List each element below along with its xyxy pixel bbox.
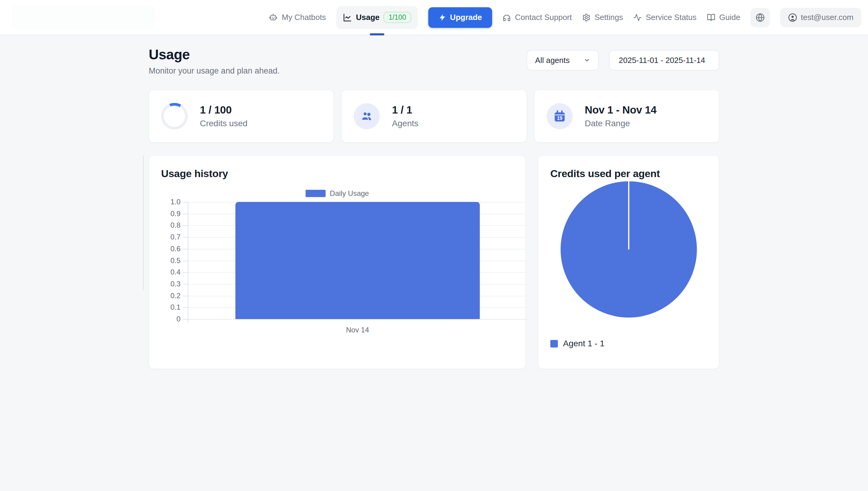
stat-daterange-label: Date Range <box>585 119 656 128</box>
credits-per-agent-card: Credits used per agent Agent 1 - 1 <box>538 155 719 369</box>
calendar-day-text: 19 <box>557 115 562 120</box>
user-menu[interactable]: test@user.com <box>780 8 861 27</box>
nav-my-chatbots[interactable]: My Chatbots <box>269 13 326 22</box>
gridline <box>188 319 527 320</box>
users-icon <box>360 110 373 123</box>
book-icon <box>707 13 716 22</box>
robot-icon <box>269 13 278 22</box>
nav-service-status-label: Service Status <box>646 13 697 22</box>
date-range-input[interactable]: 2025-11-01 - 2025-11-14 <box>609 50 719 70</box>
bar-chart-x-label: Nov 14 <box>188 326 527 334</box>
y-axis-tick <box>183 284 188 285</box>
stat-card-credits: 1 / 100 Credits used <box>149 90 334 143</box>
bar-chart-plot: 1.00.90.80.70.60.50.40.30.20.10 <box>188 202 527 319</box>
y-axis-tick <box>183 307 188 308</box>
upgrade-button-label: Upgrade <box>450 13 482 22</box>
main-content: Usage Monitor your usage and plan ahead.… <box>149 35 719 369</box>
legend-swatch-agent-1 <box>550 340 558 348</box>
nav-settings[interactable]: Settings <box>582 13 623 22</box>
y-tick-label: 0.1 <box>161 303 180 312</box>
stat-daterange-value: Nov 1 - Nov 14 <box>585 104 656 116</box>
stat-card-agents: 1 / 1 Agents <box>341 90 526 143</box>
y-tick-label: 1.0 <box>161 198 180 206</box>
page-header-text: Usage Monitor your usage and plan ahead. <box>149 46 280 76</box>
y-tick-label: 0.9 <box>161 209 180 218</box>
credits-per-agent-title: Credits used per agent <box>550 168 707 179</box>
agent-filter-select[interactable]: All agents <box>527 50 599 70</box>
y-axis-tick <box>183 249 188 250</box>
stat-agents-text: 1 / 1 Agents <box>392 104 418 128</box>
bar-chart-legend: Daily Usage <box>161 189 513 198</box>
activity-icon <box>633 13 642 22</box>
y-axis-tick <box>183 202 188 203</box>
tab-usage[interactable]: Usage 1/100 <box>336 6 418 29</box>
stat-credits-value: 1 / 100 <box>200 104 247 116</box>
usage-history-card: Usage history Daily Usage 1.00.90.80.70.… <box>149 155 526 369</box>
y-axis-tick <box>183 225 188 226</box>
daterange-icon-circle: 19 <box>547 103 573 129</box>
stat-agents-value: 1 / 1 <box>392 104 418 116</box>
pie-chart-wrap <box>550 181 707 318</box>
y-axis-tick <box>183 261 188 261</box>
date-range-value: 2025-11-01 - 2025-11-14 <box>619 56 705 65</box>
y-tick-label: 0.3 <box>161 280 180 288</box>
stat-credits-text: 1 / 100 Credits used <box>200 104 247 128</box>
legend-swatch-daily-usage <box>306 190 326 197</box>
y-axis-tick <box>183 272 188 273</box>
user-email: test@user.com <box>801 13 853 22</box>
logo-placeholder <box>12 5 155 30</box>
top-navbar: My Chatbots Usage 1/100 Upgrade <box>0 0 868 35</box>
y-tick-label: 0.4 <box>161 268 180 277</box>
pie-slice-divider <box>628 181 629 250</box>
lightning-icon <box>439 13 446 22</box>
stat-agents-label: Agents <box>392 119 418 128</box>
left-scroll-indicator <box>143 155 144 290</box>
nav-guide[interactable]: Guide <box>707 13 740 22</box>
legend-label-agent-1: Agent 1 - 1 <box>563 339 605 348</box>
agents-icon-circle <box>354 103 380 129</box>
headphones-icon <box>502 13 511 22</box>
y-tick-label: 0.8 <box>161 221 180 229</box>
y-tick-label: 0.6 <box>161 244 180 253</box>
y-axis-tick <box>183 296 188 296</box>
nav-settings-label: Settings <box>594 13 623 22</box>
y-tick-label: 0 <box>161 315 180 323</box>
upgrade-button[interactable]: Upgrade <box>428 7 492 28</box>
nav-guide-label: Guide <box>719 13 740 22</box>
nav-contact-support[interactable]: Contact Support <box>502 13 572 22</box>
usage-history-title: Usage history <box>161 168 513 179</box>
navbar-menu: My Chatbots Usage 1/100 Upgrade <box>269 0 861 35</box>
agent-filter-value: All agents <box>535 56 570 65</box>
y-axis-tick <box>183 237 188 238</box>
chevron-down-icon <box>584 57 590 64</box>
stats-row: 1 / 100 Credits used 1 / 1 Agents <box>149 90 719 143</box>
stat-card-daterange: 19 Nov 1 - Nov 14 Date Range <box>534 90 719 143</box>
credits-progress-ring <box>161 103 188 129</box>
tab-usage-wrap: Usage 1/100 <box>336 0 418 35</box>
legend-label-daily-usage: Daily Usage <box>330 189 369 198</box>
tab-usage-label: Usage <box>356 13 380 22</box>
page-header: Usage Monitor your usage and plan ahead.… <box>149 46 719 76</box>
line-chart-icon <box>343 13 352 22</box>
charts-row: Usage history Daily Usage 1.00.90.80.70.… <box>149 155 719 369</box>
user-icon <box>788 13 797 22</box>
page-filters: All agents 2025-11-01 - 2025-11-14 <box>527 50 719 70</box>
nav-service-status[interactable]: Service Status <box>633 13 697 22</box>
calendar-icon: 19 <box>553 110 566 123</box>
language-button[interactable] <box>751 8 770 27</box>
page-title: Usage <box>149 46 280 63</box>
globe-icon <box>756 13 765 22</box>
nav-my-chatbots-label: My Chatbots <box>282 13 326 22</box>
y-axis-tick <box>183 319 188 320</box>
page-subtitle: Monitor your usage and plan ahead. <box>149 66 280 76</box>
y-tick-label: 0.2 <box>161 291 180 300</box>
credits-progress-ring-hole <box>164 106 185 127</box>
stat-credits-label: Credits used <box>200 119 247 128</box>
pie-chart-legend: Agent 1 - 1 <box>550 339 707 348</box>
active-tab-indicator <box>370 33 384 35</box>
daily-usage-bar <box>235 202 480 319</box>
nav-contact-support-label: Contact Support <box>515 13 572 22</box>
y-tick-label: 0.5 <box>161 256 180 265</box>
usage-credits-badge: 1/100 <box>384 12 411 23</box>
pie-chart <box>561 181 697 318</box>
